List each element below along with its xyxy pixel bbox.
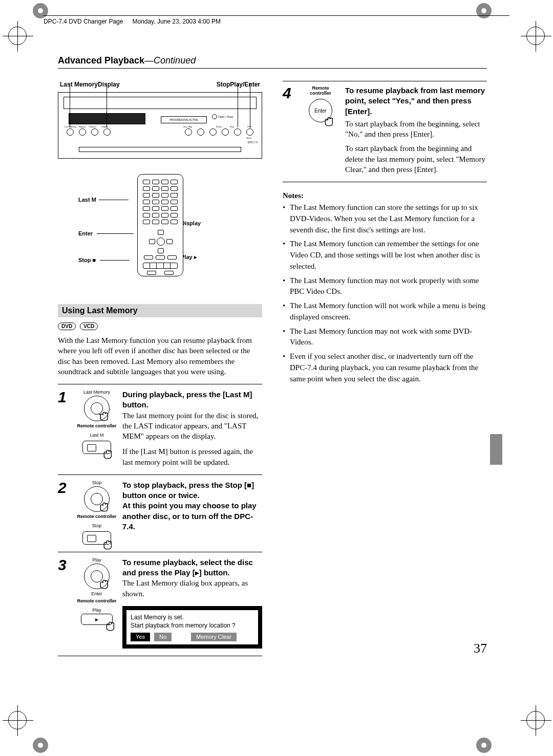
player-btn-play [246, 128, 253, 136]
step-3-text: To resume playback, select the disc and … [122, 557, 262, 649]
step-3-knob-label2: Enter [76, 591, 117, 596]
step-1-text: During playback, press the [Last M] butt… [122, 390, 262, 467]
rbtn [143, 200, 150, 204]
player-btn-dimmer [91, 128, 98, 136]
step-1-knob-label: Last Memory [76, 390, 117, 395]
player-lbl-display: Display [101, 125, 108, 128]
section-title-cont: Continued [154, 55, 196, 66]
badge-dvd: DVD [58, 322, 76, 330]
step-4-icons: Remote controller Enter [301, 85, 340, 175]
section-title-sep: — [144, 55, 154, 66]
step-2-panel-label: Stop [76, 523, 117, 528]
player-lbl-lastmem: Last Memory [65, 125, 76, 128]
player-btn-stop [234, 128, 241, 136]
osd-dialog: Last Memory is set. Start playback from … [122, 606, 262, 649]
step-2-knob [84, 486, 110, 512]
hand-icon [102, 616, 116, 633]
callout-play-enter: Play/Enter [230, 81, 260, 88]
notes-list: The Last Memory function can store the s… [283, 202, 487, 384]
open-close-text: Open / Close [218, 115, 233, 118]
player-btn-next [209, 128, 217, 136]
right-column: 4 Remote controller Enter To resume play… [283, 81, 487, 656]
lead-stop [238, 83, 238, 127]
osd-btn-yes: Yes [131, 633, 150, 641]
intro-paragraph: With the Last Memory function you can re… [58, 335, 262, 377]
step-3-knob [84, 564, 110, 589]
step-1-rc-label: Remote controller [76, 423, 117, 428]
left-column: Last Memory Display Stop Play/Enter PROG… [58, 81, 262, 656]
rline-lastm [99, 200, 129, 200]
step-2: 2 Stop Remote controller Stop To stop pl… [58, 475, 262, 552]
step-3-panel-label: Play [76, 608, 117, 613]
hand-icon [96, 574, 110, 591]
osd-btn-memory-clear: Memory Clear [191, 633, 237, 641]
player-right-buttons [185, 128, 253, 136]
player-diagram: PROGRESSIVE ACTIVE Open / Close Last M [58, 92, 262, 159]
remote-callout-enter: Enter [78, 230, 93, 236]
rbtn [143, 193, 150, 198]
step-2-knob-label: Stop [76, 480, 117, 485]
lead-display [107, 83, 107, 127]
framemaker-header: DPC-7.4 DVD Changer Page Monday, June 23… [44, 15, 509, 25]
rbtn [144, 255, 153, 260]
rbtn [171, 220, 178, 224]
step-1-p2: If the [Last M] button is pressed again,… [122, 446, 262, 467]
rbtn [161, 200, 168, 204]
hand-icon [96, 497, 110, 513]
dpad-up [158, 230, 164, 235]
player-btn-repeat [79, 128, 86, 136]
player-open-close-label: Open / Close [212, 114, 233, 119]
step-1-number: 1 [58, 390, 71, 467]
rbtn [171, 180, 178, 184]
step-2-rc-label: Remote controller [76, 514, 117, 519]
step-4-number: 4 [283, 85, 296, 175]
remote-row3 [144, 255, 177, 260]
step-3-icons: Play Enter Remote controller Play ▸ [76, 557, 117, 649]
hand-icon [99, 444, 114, 461]
player-callout-labels: Last Memory Display Stop Play/Enter [58, 81, 262, 88]
rbtn [143, 220, 150, 224]
remote-top-grid [143, 180, 178, 224]
rbtn [152, 193, 159, 198]
dpad-center [157, 237, 165, 246]
remote-callout-display: Display [181, 220, 201, 226]
player-top-panel [63, 97, 257, 109]
step-4-text: To resume playback from last memory poin… [345, 85, 487, 175]
step-2-head2: At this point you may choose to play ano… [122, 501, 262, 532]
player-lbl-repeat: Repeat [79, 125, 86, 128]
player-btn-prev [197, 128, 204, 136]
step-3-p1: The Last Memory dialog box appears, as s… [122, 578, 262, 599]
player-lbl-dimmer: Dimmer [89, 125, 96, 128]
rline-stop [100, 260, 130, 261]
remote-diagram-wrap: Last M Enter Stop ■ Display Play ▸ [58, 174, 262, 287]
player-progressive-box: PROGRESSIVE ACTIVE [161, 116, 207, 123]
remote-callout-lastm: Last M [78, 197, 96, 203]
osd-btn-no: No [154, 633, 172, 641]
rbtn [171, 263, 177, 268]
callout-stop: Stop [217, 81, 230, 88]
step-1-panel-button [82, 441, 111, 454]
step-2-panel-button [82, 531, 111, 545]
rline-enter [97, 233, 134, 234]
reg-mark-r1 [526, 27, 545, 45]
step-1-p1: The last memory point for the disc is st… [122, 411, 262, 442]
hand-icon [99, 535, 114, 551]
step-4: 4 Remote controller Enter To resume play… [283, 81, 487, 182]
rbtn [164, 263, 171, 268]
note-item: The Last Memory function will not work w… [283, 300, 487, 323]
step-1-head: During playback, press the [Last M] butt… [122, 390, 262, 411]
reg-mark-br-disc [476, 738, 492, 753]
enter-button-icon: Enter [309, 99, 332, 122]
remote-dpad [149, 230, 173, 253]
reg-mark-l2 [8, 711, 27, 729]
rbtn [171, 200, 178, 204]
step-2-text: To stop playback, press the Stop [■] but… [122, 480, 262, 545]
rbtn [152, 220, 159, 224]
step-3-play-bar: ▸ [81, 614, 113, 625]
hand-icon [321, 112, 335, 128]
player-lbl-stop: Stop [230, 125, 234, 128]
player-display [69, 113, 145, 124]
rbtn [152, 206, 159, 211]
player-lbl-discskip: Disc Skip [183, 125, 192, 128]
step-3-head: To resume playback, select the disc and … [122, 557, 262, 578]
